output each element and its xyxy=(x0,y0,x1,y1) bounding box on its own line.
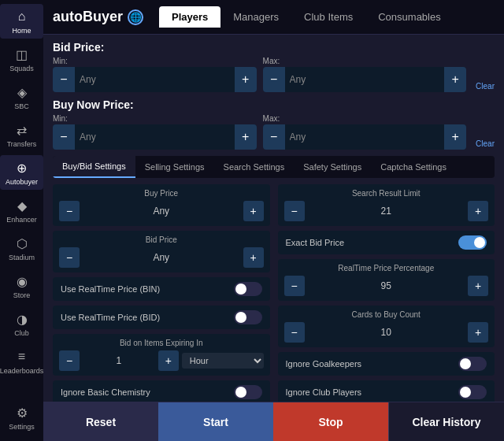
tab-selling[interactable]: Selling Settings xyxy=(135,156,214,178)
use-realtime-bin-toggle[interactable] xyxy=(234,282,262,296)
sidebar-item-transfers[interactable]: ⇄ Transfers xyxy=(0,117,43,152)
cards-to-buy-controls: − 10 + xyxy=(284,322,489,343)
srl-minus[interactable]: − xyxy=(284,201,305,221)
ignore-basic-chemistry-toggle[interactable] xyxy=(234,385,262,399)
cards-to-buy-plus[interactable]: + xyxy=(468,322,488,343)
bid-price-setting-minus[interactable]: − xyxy=(59,247,80,268)
bid-price-section: Bid Price: Min: − + Max: − + xyxy=(53,41,495,92)
stop-button[interactable]: Stop xyxy=(273,402,388,441)
bid-price-min-input-row: − + xyxy=(53,67,257,92)
buy-now-max-input-row: − + xyxy=(263,124,467,150)
sidebar-item-club[interactable]: ◑ Club xyxy=(0,306,43,341)
cards-to-buy-label: Cards to Buy Count xyxy=(284,310,489,319)
clear-history-button[interactable]: Clear History xyxy=(388,402,504,441)
sidebar-item-home[interactable]: ⌂ Home xyxy=(0,4,43,39)
sidebar-item-squads[interactable]: ◫ Squads xyxy=(0,42,43,76)
sidebar: ⌂ Home ◫ Squads ◈ SBC ⇄ Transfers ⊕ Auto… xyxy=(0,0,43,441)
buy-now-min-label: Min: xyxy=(53,114,257,123)
settings-tabs: Buy/Bid Settings Selling Settings Search… xyxy=(53,156,495,178)
buy-now-max-label: Max: xyxy=(263,114,467,123)
main-nav: Players Managers Club Items Consumables xyxy=(159,6,454,28)
search-result-limit-controls: − 21 + xyxy=(284,201,489,221)
bid-price-setting: Bid Price − Any + xyxy=(53,231,270,272)
cards-to-buy-setting: Cards to Buy Count − 10 + xyxy=(278,306,495,347)
ignore-club-players-label: Ignore Club Players xyxy=(286,387,362,397)
ignore-basic-chemistry-row: Ignore Basic Chemistry xyxy=(53,380,270,402)
buy-now-clear[interactable]: Clear xyxy=(476,139,495,150)
buy-now-min-plus[interactable]: + xyxy=(235,124,257,150)
realtime-pct-label: RealTime Price Percentage xyxy=(284,264,489,272)
transfers-icon: ⇄ xyxy=(13,121,31,139)
ignore-club-players-row: Ignore Club Players xyxy=(278,380,495,402)
ignore-goalkeepers-toggle[interactable] xyxy=(458,357,487,371)
exact-bid-price-toggle[interactable] xyxy=(458,235,487,250)
tab-safety[interactable]: Safety Settings xyxy=(294,156,371,178)
sidebar-item-store[interactable]: ◉ Store xyxy=(0,269,43,303)
bid-price-title: Bid Price: xyxy=(53,41,495,54)
settings-left-col: Buy Price − Any + Bid Price − Any + xyxy=(53,184,270,402)
start-button[interactable]: Start xyxy=(158,402,273,441)
bid-price-max-plus[interactable]: + xyxy=(444,67,466,92)
realtime-pct-minus[interactable]: − xyxy=(284,276,305,296)
cards-to-buy-value: 10 xyxy=(305,327,469,338)
use-realtime-bin-row: Use RealTime Price (BIN) xyxy=(53,277,270,301)
bid-price-max-input[interactable] xyxy=(285,67,445,92)
buy-now-max-input[interactable] xyxy=(285,124,445,150)
buy-now-max-col: Max: − + xyxy=(263,114,467,150)
sidebar-item-sbc[interactable]: ◈ SBC xyxy=(0,80,43,114)
tab-consumables[interactable]: Consumables xyxy=(365,6,454,28)
bid-expiring-plus[interactable]: + xyxy=(158,350,179,371)
buy-price-setting: Buy Price − Any + xyxy=(53,184,270,226)
buy-now-max-minus[interactable]: − xyxy=(263,124,285,150)
bid-price-max-minus[interactable]: − xyxy=(263,67,285,92)
use-realtime-bid-label: Use RealTime Price (BID) xyxy=(61,313,160,322)
tab-managers[interactable]: Managers xyxy=(220,6,291,28)
sidebar-item-settings[interactable]: ⚙ Settings xyxy=(0,400,43,435)
search-result-limit-setting: Search Result Limit − 21 + xyxy=(278,184,495,226)
buy-price-minus[interactable]: − xyxy=(59,201,80,221)
sidebar-item-stadium[interactable]: ⬡ Stadium xyxy=(0,231,43,265)
settings-body: Buy Price − Any + Bid Price − Any + xyxy=(53,184,495,402)
sidebar-item-leaderboards[interactable]: ≡ Leaderboards xyxy=(0,344,43,379)
bid-price-min-col: Min: − + xyxy=(53,57,257,92)
use-realtime-bin-label: Use RealTime Price (BIN) xyxy=(61,284,160,294)
bid-expiring-minus[interactable]: − xyxy=(59,350,80,371)
srl-plus[interactable]: + xyxy=(468,201,488,221)
realtime-pct-controls: − 95 + xyxy=(284,276,489,296)
bid-price-min-label: Min: xyxy=(53,57,257,65)
bid-price-min-plus[interactable]: + xyxy=(235,67,257,92)
ignore-goalkeepers-row: Ignore Goalkeepers xyxy=(278,352,495,376)
buy-price-plus[interactable]: + xyxy=(243,201,264,221)
buy-now-min-input[interactable] xyxy=(75,124,235,150)
ignore-club-players-toggle[interactable] xyxy=(458,385,487,399)
sidebar-item-enhancer[interactable]: ◆ Enhancer xyxy=(0,193,43,228)
content-area: Bid Price: Min: − + Max: − + xyxy=(43,35,504,402)
use-realtime-bid-toggle[interactable] xyxy=(234,310,262,324)
exact-bid-price-label: Exact Bid Price xyxy=(286,238,345,247)
bid-expiring-unit-select[interactable]: Second Minute Hour xyxy=(182,353,264,369)
search-result-limit-label: Search Result Limit xyxy=(284,189,489,198)
buy-now-max-plus[interactable]: + xyxy=(444,124,466,150)
sidebar-item-autobuyer[interactable]: ⊕ Autobuyer xyxy=(0,155,43,190)
tab-buy-bid[interactable]: Buy/Bid Settings xyxy=(53,156,135,178)
exact-bid-price-row: Exact Bid Price xyxy=(278,231,495,254)
bid-expiring-row: Bid on Items Expiring In − 1 + Second Mi… xyxy=(53,334,270,376)
bid-price-row: Min: − + Max: − + Clear xyxy=(53,57,495,92)
bid-price-setting-plus[interactable]: + xyxy=(243,247,264,268)
buy-now-min-input-row: − + xyxy=(53,124,257,150)
tab-captcha[interactable]: Captcha Settings xyxy=(371,156,456,178)
header: autoBuyer 🌐 Players Managers Club Items … xyxy=(43,0,504,35)
bid-price-min-minus[interactable]: − xyxy=(53,67,75,92)
settings-right-col: Search Result Limit − 21 + Exact Bid Pri… xyxy=(278,184,495,402)
ignore-goalkeepers-label: Ignore Goalkeepers xyxy=(286,359,362,369)
realtime-pct-plus[interactable]: + xyxy=(468,276,488,296)
buy-now-price-section: Buy Now Price: Min: − + Max: − + xyxy=(53,98,495,150)
bid-price-min-input[interactable] xyxy=(75,67,235,92)
tab-players[interactable]: Players xyxy=(159,6,220,28)
bid-price-clear[interactable]: Clear xyxy=(476,82,495,92)
buy-now-min-minus[interactable]: − xyxy=(53,124,75,150)
tab-search[interactable]: Search Settings xyxy=(214,156,295,178)
reset-button[interactable]: Reset xyxy=(43,402,158,441)
cards-to-buy-minus[interactable]: − xyxy=(284,322,305,343)
tab-club-items[interactable]: Club Items xyxy=(291,6,365,28)
